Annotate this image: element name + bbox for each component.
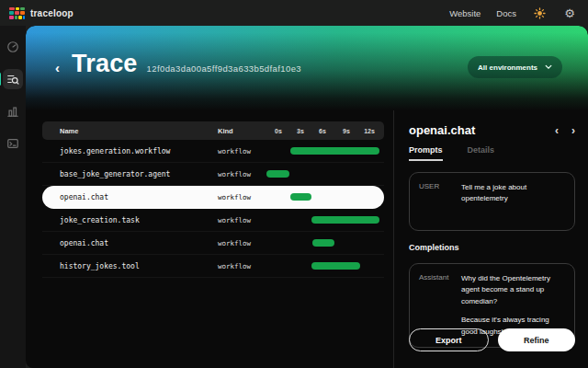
span-duration-bar: [290, 193, 311, 201]
span-table: Name Kind 0s 3s 6s 9s 12s jokes.generati…: [26, 110, 393, 368]
span-duration-bar: [266, 170, 289, 178]
axis-tick: 9s: [343, 128, 350, 134]
span-duration-bar: [312, 239, 334, 247]
span-kind: workflow: [218, 147, 266, 155]
export-button[interactable]: Export: [409, 328, 489, 351]
column-header-kind: Kind: [218, 127, 266, 135]
brand[interactable]: traceloop: [9, 7, 74, 19]
span-kind: workflow: [218, 262, 266, 270]
table-row[interactable]: openai.chat workflow: [42, 232, 384, 255]
span-name: openai.chat: [42, 193, 218, 201]
trace-id: 12f0da3da00a5ff9d3a633b5dfaf10e3: [147, 63, 301, 74]
sidebar-item-traces[interactable]: [3, 69, 23, 89]
trace-search-icon: [6, 73, 19, 86]
axis-tick: 3s: [297, 128, 304, 134]
prev-span-chevron-icon[interactable]: ‹: [555, 125, 559, 136]
top-bar: traceloop Website Docs ⚙: [0, 0, 588, 26]
brand-name: traceloop: [30, 8, 74, 18]
chevron-down-icon: [545, 64, 552, 70]
span-kind: workflow: [218, 170, 266, 178]
environment-selector[interactable]: All environments: [468, 56, 562, 78]
traceloop-logo-icon: [9, 7, 25, 19]
span-duration-bar: [311, 262, 360, 270]
axis-tick: 0s: [275, 128, 282, 134]
bar-chart-icon: [6, 105, 19, 118]
prompt-message-card: USER Tell me a joke about opentelemetry: [409, 172, 575, 231]
table-row[interactable]: history_jokes.tool workflow: [42, 255, 384, 278]
span-kind: workflow: [218, 193, 266, 201]
next-span-chevron-icon[interactable]: ›: [571, 125, 575, 136]
trace-header: ‹ Trace 12f0da3da00a5ff9d3a633b5dfaf10e3…: [26, 26, 588, 110]
refine-button[interactable]: Refine: [498, 328, 576, 351]
tab-details[interactable]: Details: [468, 145, 495, 161]
span-name: history_jokes.tool: [42, 262, 218, 270]
message-role-label: USER: [419, 182, 461, 221]
prompt-text: Tell me a joke about opentelemetry: [461, 182, 565, 221]
span-table-header: Name Kind 0s 3s 6s 9s 12s: [42, 121, 384, 140]
terminal-icon: [6, 137, 19, 150]
settings-gear-icon[interactable]: ⚙: [562, 6, 577, 20]
span-name: base_joke_generator.agent: [42, 170, 218, 178]
span-kind: workflow: [218, 216, 266, 224]
page-title: Trace: [72, 50, 138, 78]
docs-link[interactable]: Docs: [496, 8, 516, 18]
table-row-selected[interactable]: openai.chat workflow: [42, 186, 384, 209]
detail-tabs: Prompts Details: [409, 145, 575, 161]
column-header-name: Name: [42, 127, 218, 135]
tab-prompts[interactable]: Prompts: [409, 145, 443, 161]
table-row[interactable]: jokes.generation.workflow workflow: [42, 140, 384, 163]
table-row[interactable]: joke_creation.task workflow: [42, 209, 384, 232]
sidebar-item-console[interactable]: [3, 133, 23, 154]
back-chevron-icon[interactable]: ‹: [55, 61, 60, 75]
span-name: jokes.generation.workflow: [42, 147, 218, 155]
timeline-axis: 0s 3s 6s 9s 12s: [266, 121, 381, 140]
axis-tick: 6s: [319, 128, 326, 134]
span-name: joke_creation.task: [42, 216, 218, 224]
span-duration-bar: [290, 147, 379, 155]
axis-tick: 12s: [364, 128, 375, 134]
table-row[interactable]: base_joke_generator.agent workflow: [42, 163, 384, 186]
sidebar-item-analytics[interactable]: [3, 101, 23, 121]
website-link[interactable]: Website: [449, 8, 481, 18]
span-kind: workflow: [218, 239, 266, 247]
completions-heading: Completions: [409, 243, 575, 252]
sidebar-item-dashboard[interactable]: [3, 37, 23, 57]
span-detail-title: openai.chat: [409, 123, 475, 137]
span-detail-panel: openai.chat ‹ › Prompts Details USER Tel…: [393, 110, 588, 368]
theme-toggle-sun-icon[interactable]: [532, 6, 547, 20]
span-duration-bar: [311, 216, 379, 224]
gauge-icon: [6, 40, 19, 53]
main-panel: ‹ Trace 12f0da3da00a5ff9d3a633b5dfaf10e3…: [26, 26, 588, 368]
sidebar: [0, 26, 26, 368]
span-name: openai.chat: [42, 239, 218, 247]
environment-selector-label: All environments: [478, 63, 537, 72]
